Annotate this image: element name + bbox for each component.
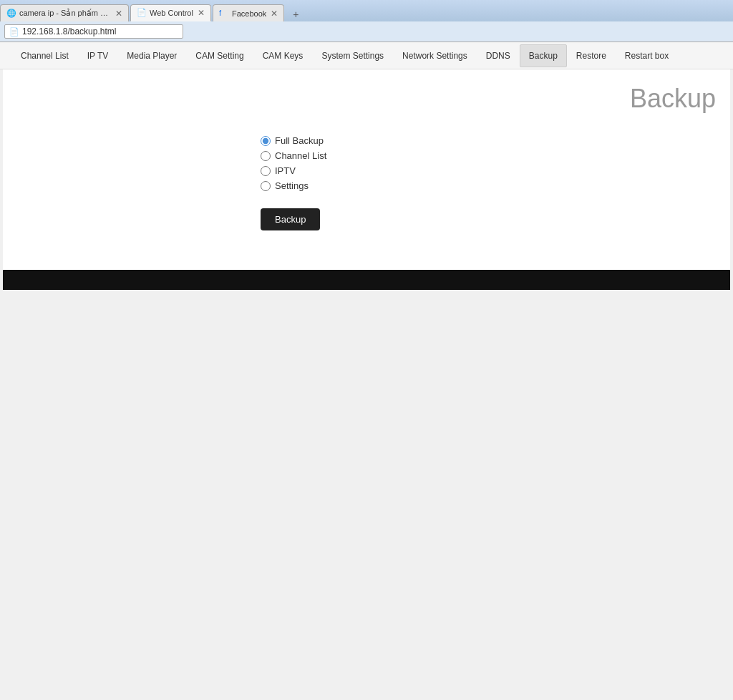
tab-webcontrol-close[interactable]: ✕ (198, 8, 205, 18)
option-channel-list-label: Channel List (275, 150, 326, 161)
tab-camera-title: camera ip - Sản phẩm ca... (19, 9, 111, 18)
main-content: Backup Full Backup Channel List IPTV Set… (3, 69, 730, 270)
backup-options: Full Backup Channel List IPTV Settings (261, 135, 326, 191)
tab-webcontrol[interactable]: 📄 Web Control ✕ (130, 4, 211, 21)
tab-camera[interactable]: 🌐 camera ip - Sản phẩm ca... ✕ (0, 4, 129, 21)
tab-webcontrol-title: Web Control (150, 9, 193, 17)
option-iptv[interactable]: IPTV (261, 165, 326, 176)
camera-favicon: 🌐 (6, 9, 16, 19)
nav-restore[interactable]: Restore (567, 44, 616, 67)
radio-channel-list[interactable] (261, 151, 271, 161)
browser-chrome: 🌐 camera ip - Sản phẩm ca... ✕ 📄 Web Con… (0, 0, 733, 42)
facebook-favicon: f (219, 9, 229, 19)
page-title: Backup (17, 84, 716, 114)
tab-facebook-close[interactable]: ✕ (271, 9, 278, 19)
address-text: 192.168.1.8/backup.html (22, 26, 116, 37)
tab-bar: 🌐 camera ip - Sản phẩm ca... ✕ 📄 Web Con… (0, 0, 733, 21)
option-iptv-label: IPTV (275, 165, 296, 176)
address-bar[interactable]: 📄 192.168.1.8/backup.html (4, 24, 183, 39)
option-full-backup-label: Full Backup (275, 135, 324, 146)
nav-ddns[interactable]: DDNS (477, 44, 520, 67)
new-tab-button[interactable]: + (288, 7, 303, 21)
nav-iptv[interactable]: IP TV (78, 44, 118, 67)
nav-restart-box[interactable]: Restart box (616, 44, 678, 67)
webcontrol-favicon: 📄 (137, 8, 147, 18)
nav-media-player[interactable]: Media Player (117, 44, 186, 67)
nav-bar: Channel List IP TV Media Player CAM Sett… (0, 42, 733, 69)
nav-network-settings[interactable]: Network Settings (393, 44, 477, 67)
nav-system-settings[interactable]: System Settings (312, 44, 393, 67)
option-settings[interactable]: Settings (261, 180, 326, 191)
option-channel-list[interactable]: Channel List (261, 150, 326, 161)
option-settings-label: Settings (275, 180, 309, 191)
option-full-backup[interactable]: Full Backup (261, 135, 326, 146)
backup-button[interactable]: Backup (261, 208, 320, 230)
nav-cam-setting[interactable]: CAM Setting (186, 44, 253, 67)
radio-iptv[interactable] (261, 166, 271, 176)
nav-backup[interactable]: Backup (520, 44, 567, 67)
radio-settings[interactable] (261, 181, 271, 191)
radio-full-backup[interactable] (261, 136, 271, 146)
tab-facebook-title: Facebook (232, 9, 266, 18)
address-bar-row: 📄 192.168.1.8/backup.html (0, 21, 733, 42)
nav-cam-keys[interactable]: CAM Keys (253, 44, 313, 67)
backup-form: Full Backup Channel List IPTV Settings B… (261, 135, 716, 230)
footer (3, 270, 730, 290)
nav-channel-list[interactable]: Channel List (11, 44, 78, 67)
tab-facebook[interactable]: f Facebook ✕ (213, 4, 284, 21)
tab-camera-close[interactable]: ✕ (115, 9, 122, 19)
page-icon: 📄 (9, 27, 19, 37)
